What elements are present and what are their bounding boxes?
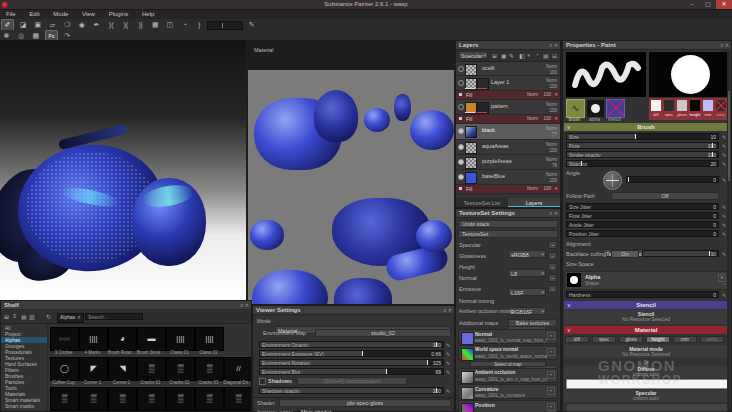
environment-exposure-slider[interactable]: Environment Exposure (EV)0.66 [259, 350, 444, 357]
fill-effect-row[interactable]: Fill Norm 100 ✕ [456, 185, 560, 194]
material-nrm-button[interactable]: nrm [673, 336, 697, 343]
viewport-2d[interactable]: Material [247, 40, 455, 305]
shelf-item[interactable]: ▒ [79, 387, 108, 411]
remove-effect-icon[interactable]: ✕ [554, 116, 558, 121]
select-id-map-button[interactable]: Select id map [470, 361, 546, 367]
shelf-item[interactable]: ○○○ [50, 327, 79, 351]
material-gloss-button[interactable]: gloss [619, 336, 643, 343]
tool-size-input[interactable] [207, 21, 243, 30]
material-spec-button[interactable]: spec [592, 336, 616, 343]
clear-alpha-icon[interactable]: ✕ [718, 274, 726, 282]
edit-icon[interactable]: ✎ [446, 360, 450, 366]
angle-dial[interactable] [603, 171, 622, 190]
stroke-opacity-slider[interactable]: Stroke opacity100 [566, 151, 719, 158]
uv-canvas[interactable] [248, 70, 454, 304]
specular-color-swatch[interactable] [566, 403, 728, 412]
path-close-icon[interactable]: )| [135, 20, 146, 30]
pick-material-icon[interactable]: ⌖ [527, 52, 530, 59]
environment-rotation-slider[interactable]: Environment Rotation325 [259, 359, 444, 366]
menu-help[interactable]: Help [136, 10, 160, 18]
path-mirror-icon[interactable]: )( [120, 20, 131, 30]
map-entry-ambient-occlusion[interactable]: Ambient occlusionwasp_1001_lo_am..n_map_… [458, 368, 558, 383]
remove-channel-button[interactable]: − [548, 263, 557, 271]
add-folder-icon[interactable]: ▤ [543, 52, 549, 59]
properties-scrollbar[interactable] [727, 51, 730, 411]
filter-chip[interactable]: Alphas ✕ [57, 313, 84, 323]
nrm-swatch[interactable] [703, 100, 713, 111]
clear-map-icon[interactable]: ✕ [547, 332, 555, 340]
panel-close-icon[interactable]: ✕ [725, 42, 729, 48]
smudge-tool[interactable]: ❍ [62, 20, 73, 30]
emis-swatch[interactable] [716, 100, 726, 111]
add-mask-icon[interactable]: ◧ [519, 52, 525, 59]
slider-handle[interactable] [362, 351, 363, 356]
size-jitter-slider[interactable]: Size Jitter0 [566, 203, 719, 210]
visibility-toggle[interactable] [458, 159, 464, 165]
menu-view[interactable]: View [76, 10, 101, 18]
visibility-toggle[interactable] [458, 144, 464, 150]
tab-textureset-list[interactable]: TextureSet List [456, 198, 508, 207]
edit-icon[interactable]: ✎ [722, 177, 726, 183]
material-section-header[interactable]: ∨ Material [564, 326, 728, 334]
edit-icon[interactable]: ✎ [722, 251, 726, 257]
remove-channel-button[interactable]: − [548, 241, 557, 249]
position-jitter-slider[interactable]: Position Jitter0 [566, 230, 719, 237]
diff-swatch[interactable] [651, 100, 661, 111]
material-height-button[interactable]: height [646, 336, 670, 343]
title-bar[interactable]: Substance Painter 2.6.1 - wasp – ▢ ✕ [0, 0, 732, 10]
map-entry-position[interactable]: Position ✕ [458, 400, 558, 412]
remove-channel-button[interactable]: − [548, 252, 557, 260]
environment-map-button[interactable]: studio_02 [315, 329, 451, 337]
list-view-icon[interactable]: ≡ [13, 313, 17, 319]
channel-format-dropdown[interactable]: RGB16F▾ [508, 307, 546, 315]
channel-format-dropdown[interactable]: L8▾ [508, 269, 546, 277]
flow-slider[interactable]: Flow100 [566, 142, 719, 149]
shelf-item[interactable]: ▬ [137, 327, 166, 351]
flow-jitter-slider[interactable]: Flow Jitter0 [566, 212, 719, 219]
layer-row[interactable]: ocelliNorm100 [456, 62, 560, 76]
remove-filter-icon[interactable]: ✕ [77, 314, 81, 320]
map-entry-curvature[interactable]: Curvaturewasp_1001_lo_curvature ✕ [458, 384, 558, 399]
height-swatch[interactable] [690, 100, 700, 111]
fill-blend[interactable]: Norm [527, 92, 538, 97]
shelf-item[interactable]: ◕ [108, 327, 137, 351]
panel-close-icon[interactable]: ✕ [245, 302, 249, 308]
clear-map-icon[interactable]: ✕ [547, 348, 555, 356]
panel-menu-icon[interactable]: ≡ [549, 42, 552, 48]
visibility-toggle[interactable] [458, 174, 464, 180]
panel-menu-icon[interactable]: ≡ [443, 307, 446, 313]
fill-opacity[interactable]: 100 [543, 186, 551, 191]
alpha-resource-block[interactable]: Alpha Shape ✕ − [564, 271, 730, 290]
grid-icon[interactable]: ▦ [150, 20, 161, 30]
environment-opacity-slider[interactable]: Environment Opacity100 [259, 341, 444, 348]
tab-layers[interactable]: Layers [508, 198, 560, 207]
delete-layer-icon[interactable]: ⊟ [552, 52, 557, 59]
channel-format-dropdown[interactable]: sRGB8▾ [508, 250, 546, 258]
bake-textures-button[interactable]: Bake textures [508, 319, 557, 327]
slider-handle[interactable] [635, 134, 636, 139]
search-input[interactable]: Search... [85, 313, 143, 320]
history-icon[interactable]: ◔ [179, 20, 190, 30]
menu-plugins[interactable]: Plugins [103, 10, 135, 18]
layer-row[interactable]: patternNorm100 [456, 100, 560, 115]
shadows-opacity-slider[interactable]: Shadows opacity100 [259, 387, 444, 394]
clear-map-icon[interactable]: ✕ [547, 387, 555, 395]
remove-channel-button[interactable]: − [548, 274, 557, 282]
layer-thumbnail[interactable] [465, 172, 477, 184]
category-smart-masks[interactable]: Smart masks [1, 403, 47, 409]
shadows-recompute-button[interactable]: (Shift+F) recomputation [297, 377, 407, 385]
path-open-icon[interactable]: )( [106, 20, 117, 30]
environment-blur-slider[interactable]: Environment Blur69 [259, 368, 444, 375]
lazy-mouse-icon[interactable]: ) [194, 20, 205, 30]
close-button[interactable]: ✕ [716, 0, 732, 9]
panel-close-icon[interactable]: ✕ [554, 42, 558, 48]
shelf-item[interactable]: ◤ [79, 357, 108, 381]
edit-icon[interactable]: ✎ [446, 388, 450, 394]
brush-section-header[interactable]: ∨ Brush [564, 123, 728, 131]
undo-stack-button[interactable]: Undo stack [458, 220, 558, 228]
remove-effect-icon[interactable]: ✕ [554, 186, 558, 191]
follow-path-toggle[interactable]: Off [611, 192, 719, 200]
remove-effect-icon[interactable]: ✕ [554, 92, 558, 97]
angle-slider[interactable]: 0 [626, 176, 719, 183]
visibility-toggle[interactable] [458, 80, 464, 86]
